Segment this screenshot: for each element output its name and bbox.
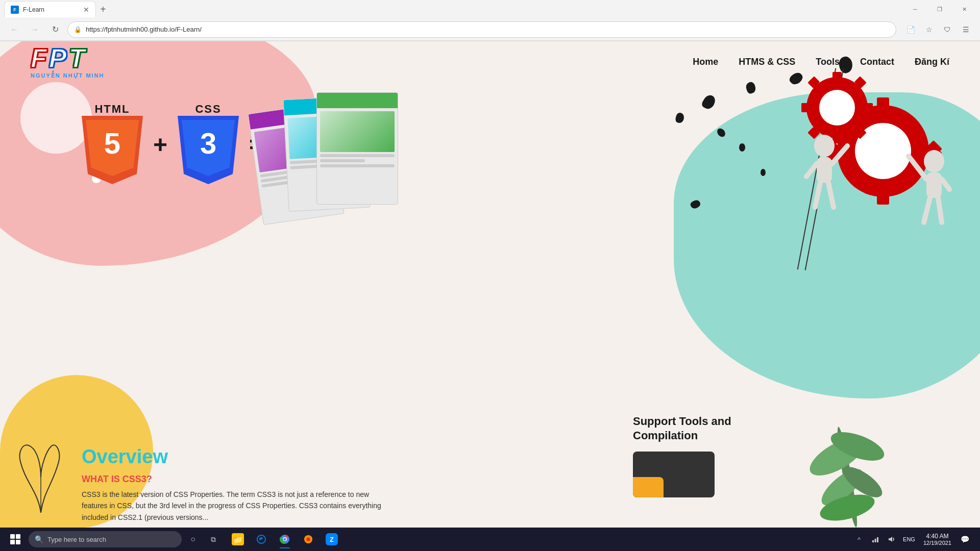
chrome-icon xyxy=(279,533,291,545)
clock-date: 12/19/2021 xyxy=(923,540,951,546)
notification-button[interactable]: 💬 xyxy=(958,529,972,549)
nav-link-register[interactable]: Đăng Kí xyxy=(915,57,949,67)
hero-content: HTML 5 + CSS 3 = xyxy=(82,103,263,187)
nav-link-contact[interactable]: Contact xyxy=(860,57,894,67)
overview-subtitle: WHAT IS CSS3? xyxy=(82,474,388,485)
css3-shield: 3 xyxy=(178,116,239,187)
support-title: Support Tools and Compilation xyxy=(633,414,776,443)
svg-rect-24 xyxy=(801,103,810,112)
svg-line-41 xyxy=(938,198,942,222)
cortana-button[interactable]: ○ xyxy=(184,530,202,548)
splat-decoration-3 xyxy=(675,112,684,123)
taskbar-search[interactable]: 🔍 Type here to search xyxy=(29,531,182,547)
svg-line-35 xyxy=(828,183,834,207)
tab-close-button[interactable]: ✕ xyxy=(83,6,89,14)
task-view-button[interactable]: ⧉ xyxy=(204,530,223,548)
bookmark-button[interactable]: ☆ xyxy=(921,21,937,38)
gears-svg xyxy=(796,69,960,263)
zalo-icon: Z xyxy=(326,533,338,545)
svg-point-18 xyxy=(868,136,898,166)
svg-point-44 xyxy=(284,538,286,541)
url-text: https://fptnhutminh00.github.io/F-Learn/ xyxy=(86,26,202,33)
logo-fpt: FPT xyxy=(31,45,87,71)
nav-link-home[interactable]: Home xyxy=(693,57,718,67)
svg-marker-51 xyxy=(889,537,892,542)
taskbar-app-edge[interactable] xyxy=(250,529,273,549)
nav-link-tools[interactable]: Tools xyxy=(816,57,840,67)
svg-point-29 xyxy=(827,97,847,118)
taskbar-app-chrome[interactable] xyxy=(274,529,296,549)
splat-decoration-1 xyxy=(700,93,717,111)
title-bar: F F-Learn ✕ + ─ ❐ ✕ xyxy=(0,0,980,18)
svg-line-34 xyxy=(815,183,820,207)
volume-icon[interactable] xyxy=(885,529,899,549)
overview-section: Overview WHAT IS CSS3? CSS3 is the lates… xyxy=(82,446,388,523)
explorer-icon: 📁 xyxy=(232,533,244,545)
css3-badge: CSS 3 xyxy=(178,103,239,187)
html5-badge: HTML 5 xyxy=(82,103,143,187)
window-controls: ─ ❐ ✕ xyxy=(903,1,976,17)
system-clock[interactable]: 4:40 AM 12/19/2021 xyxy=(919,529,955,549)
html5-shield: 5 xyxy=(82,116,143,187)
support-card-accent xyxy=(633,477,664,497)
website-content: FPT NGUYỄN NHỰT MINH Home HTMS & CSS Too… xyxy=(0,41,980,528)
figure-right xyxy=(909,150,949,222)
css3-shield-outer: 3 xyxy=(178,116,239,184)
search-icon: 🔍 xyxy=(35,535,43,543)
overview-text: CSS3 is the latest version of CSS Proper… xyxy=(82,489,388,523)
splat-decoration-6 xyxy=(739,143,745,152)
forward-button[interactable]: → xyxy=(27,21,43,38)
network-icon[interactable] xyxy=(868,529,883,549)
address-bar[interactable]: 🔒 https://fptnhutminh00.github.io/F-Lear… xyxy=(67,21,896,38)
system-tray: ^ ENG 4:40 AM 12/19/2021 💬 xyxy=(852,529,976,549)
html5-shield-outer: 5 xyxy=(82,116,143,184)
reader-view-button[interactable]: 📄 xyxy=(902,21,919,38)
support-section: Support Tools and Compilation xyxy=(633,414,776,497)
taskbar-app-firefox[interactable] xyxy=(297,529,320,549)
pocket-button[interactable]: 🛡 xyxy=(939,21,955,38)
site-nav: FPT NGUYỄN NHỰT MINH Home HTMS & CSS Too… xyxy=(0,41,980,82)
svg-point-36 xyxy=(924,150,944,172)
taskbar-app-explorer[interactable]: 📁 xyxy=(227,529,249,549)
page-stack xyxy=(255,92,408,225)
nav-bar: ← → ↻ 🔒 https://fptnhutminh00.github.io/… xyxy=(0,18,980,41)
close-button[interactable]: ✕ xyxy=(952,1,976,17)
web-pages-illustration xyxy=(255,92,408,235)
security-icon: 🔒 xyxy=(74,26,82,33)
html-css-combo: HTML 5 + CSS 3 = xyxy=(82,103,263,187)
clock-time: 4:40 AM xyxy=(926,533,948,540)
html-label: HTML xyxy=(94,103,130,116)
taskbar-app-zalo[interactable]: Z xyxy=(321,529,343,549)
splat-decoration-9 xyxy=(761,169,766,176)
language-indicator[interactable]: ENG xyxy=(901,536,917,542)
browser-chrome: F F-Learn ✕ + ─ ❐ ✕ ← → ↻ 🔒 https://fptn… xyxy=(0,0,980,41)
gears-illustration xyxy=(796,69,960,263)
svg-point-47 xyxy=(307,538,310,541)
browser-tab[interactable]: F F-Learn ✕ xyxy=(4,1,96,17)
menu-button[interactable]: ☰ xyxy=(958,21,974,38)
css3-number: 3 xyxy=(200,126,216,160)
html5-number: 5 xyxy=(104,126,120,160)
back-button[interactable]: ← xyxy=(6,21,22,38)
restore-button[interactable]: ❐ xyxy=(928,1,951,17)
refresh-button[interactable]: ↻ xyxy=(47,21,63,38)
plant-right-decoration xyxy=(791,334,903,528)
plant-left-decoration xyxy=(10,400,71,513)
svg-rect-49 xyxy=(875,539,876,542)
tab-title: F-Learn xyxy=(23,6,79,13)
minimize-button[interactable]: ─ xyxy=(903,1,927,17)
tab-favicon: F xyxy=(11,6,19,14)
css-label: CSS xyxy=(195,103,221,116)
nav-link-html-css[interactable]: HTMS & CSS xyxy=(739,57,795,67)
svg-rect-23 xyxy=(865,103,873,112)
overview-title: Overview xyxy=(82,446,388,468)
deco-circle-white xyxy=(20,82,92,154)
plus-operator: + xyxy=(153,133,167,157)
edge-icon xyxy=(255,533,267,545)
svg-rect-50 xyxy=(877,537,878,542)
new-tab-button[interactable]: + xyxy=(100,4,106,14)
start-button[interactable] xyxy=(4,529,27,549)
svg-rect-37 xyxy=(926,172,942,198)
taskbar-pinned-apps: 📁 xyxy=(227,529,343,549)
tray-expand-icon[interactable]: ^ xyxy=(852,529,866,549)
